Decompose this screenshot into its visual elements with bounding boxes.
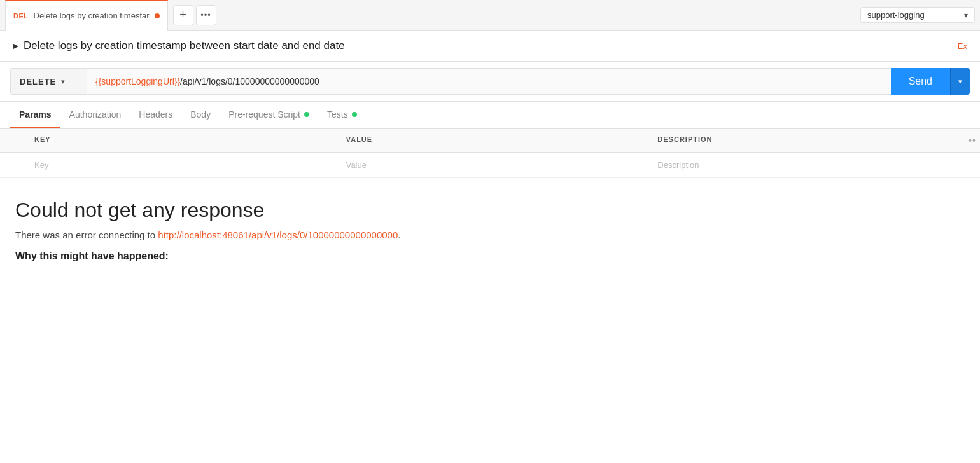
col-check <box>0 129 25 152</box>
response-why-title: Why this might have happened: <box>15 251 965 262</box>
tab-bar: DEL Delete logs by creation timestar + •… <box>0 0 980 31</box>
error-body-prefix: There was an error connecting to <box>15 230 158 240</box>
tab-prerequest-label: Pre-request Script <box>228 109 300 120</box>
tests-dot-indicator <box>352 112 357 117</box>
url-input[interactable]: {{supportLoggingUrl}}/api/v1/logs/0/1000… <box>87 68 891 95</box>
send-dropdown-button[interactable]: ▾ <box>950 68 970 95</box>
tab-params[interactable]: Params <box>10 102 60 128</box>
send-button-group: Send ▾ <box>891 68 970 95</box>
row-actions-cell <box>960 153 980 177</box>
method-label: DELETE <box>20 77 56 86</box>
tab-prerequest[interactable]: Pre-request Script <box>220 102 318 128</box>
tab-title: Delete logs by creation timestar <box>34 11 150 20</box>
tab-authorization-label: Authorization <box>69 109 122 120</box>
more-options-button[interactable]: ••• <box>196 5 216 25</box>
params-empty-row: Key Value Description <box>0 153 980 178</box>
column-options-icon[interactable]: •• <box>969 135 976 146</box>
env-label: support-logging <box>867 10 925 20</box>
example-link[interactable]: Ex <box>958 41 967 51</box>
url-suffix-part: /api/v1/logs/0/10000000000000000 <box>180 76 319 86</box>
tab-actions: + ••• <box>173 5 216 25</box>
method-selector[interactable]: DELETE ▾ <box>10 68 87 95</box>
tab-params-label: Params <box>19 109 52 120</box>
send-button[interactable]: Send <box>891 68 950 95</box>
tab-authorization[interactable]: Authorization <box>60 102 130 128</box>
request-tabs: Params Authorization Headers Body Pre-re… <box>0 102 980 129</box>
tab-body[interactable]: Body <box>181 102 220 128</box>
response-error-body: There was an error connecting to http://… <box>15 230 965 240</box>
more-icon: ••• <box>200 10 211 20</box>
description-input-cell[interactable]: Description <box>648 153 960 177</box>
response-error-title: Could not get any response <box>15 198 965 222</box>
url-template-part: {{supportLoggingUrl}} <box>95 76 180 86</box>
tab-headers[interactable]: Headers <box>130 102 181 128</box>
col-actions-header: •• <box>960 129 980 152</box>
add-tab-button[interactable]: + <box>173 5 193 25</box>
url-bar: DELETE ▾ {{supportLoggingUrl}}/api/v1/lo… <box>0 62 980 102</box>
tab-method-badge: DEL <box>13 12 29 20</box>
tab-body-label: Body <box>190 109 211 120</box>
collapse-arrow-icon[interactable]: ▶ <box>13 41 18 50</box>
active-tab[interactable]: DEL Delete logs by creation timestar <box>5 0 168 31</box>
send-dropdown-icon: ▾ <box>958 78 962 85</box>
col-key-header: KEY <box>25 129 337 152</box>
request-title-bar: ▶ Delete logs by creation timestamp betw… <box>0 31 980 62</box>
key-input-cell[interactable]: Key <box>25 153 337 177</box>
tab-tests-label: Tests <box>327 109 348 120</box>
request-title: Delete logs by creation timestamp betwee… <box>24 39 948 52</box>
tab-tests[interactable]: Tests <box>318 102 366 128</box>
error-link[interactable]: http://localhost:48061/api/v1/logs/0/100… <box>158 230 398 240</box>
chevron-down-icon: ▾ <box>964 11 968 20</box>
tab-headers-label: Headers <box>139 109 172 120</box>
prerequest-dot-indicator <box>304 112 309 117</box>
value-input-cell[interactable]: Value <box>337 153 649 177</box>
params-table-header: KEY VALUE DESCRIPTION •• <box>0 129 980 153</box>
tab-unsaved-dot <box>155 13 160 18</box>
method-dropdown-icon: ▾ <box>61 78 65 86</box>
col-value-header: VALUE <box>337 129 649 152</box>
response-area: Could not get any response There was an … <box>0 178 980 277</box>
environment-selector[interactable]: support-logging ▾ <box>860 7 975 23</box>
row-checkbox-cell <box>0 153 25 177</box>
col-description-header: DESCRIPTION <box>648 129 960 152</box>
error-body-suffix: . <box>398 230 400 240</box>
